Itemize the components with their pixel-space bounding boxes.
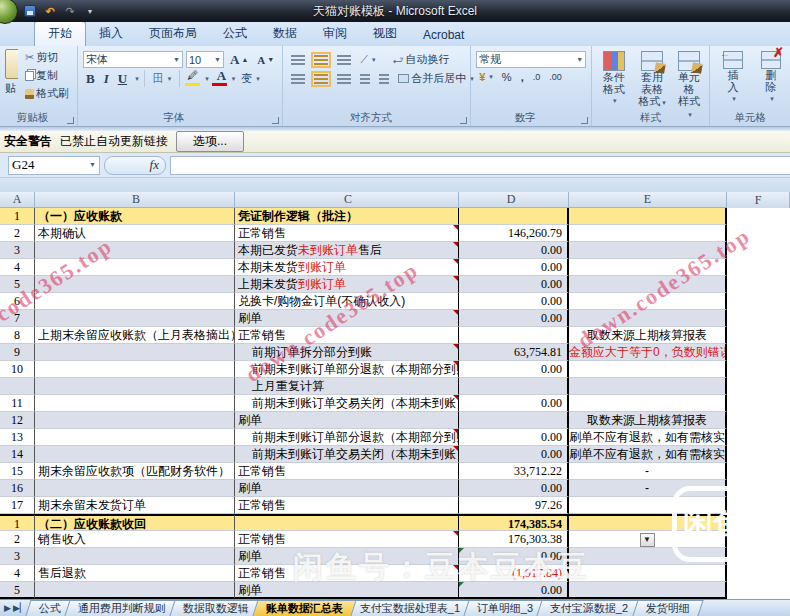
cell-seq[interactable]: 15 [0, 463, 35, 480]
cell-item-label[interactable]: 销售收入 [35, 531, 235, 548]
cell-amount[interactable]: 0.00 [459, 242, 569, 259]
cell-amount[interactable]: 0.00 [459, 582, 569, 599]
cell-item-label[interactable] [35, 344, 235, 361]
align-top-button[interactable] [288, 54, 308, 66]
cell-voucher-logic[interactable]: 前期未到账订单部分退款（本期部分到账） [235, 361, 459, 378]
cell-item-label[interactable]: 期末余留未发货订单 [35, 497, 235, 514]
cell-item-label[interactable]: （二）应收账款收回 [35, 514, 235, 531]
align-bottom-button[interactable] [334, 54, 354, 66]
accounting-format-button[interactable]: ¥▾ [476, 70, 496, 84]
cell-voucher-logic[interactable]: 前期未到账订单交易关闭（本期未到账） [235, 395, 459, 412]
cell-empty[interactable] [727, 259, 790, 276]
cell-voucher-logic[interactable]: 刷单 [235, 310, 459, 327]
italic-button[interactable]: I [101, 71, 112, 87]
cell-item-label[interactable] [35, 293, 235, 310]
cell-seq[interactable]: 3 [0, 242, 35, 259]
autofilter-funnel-icon[interactable]: ▼ [640, 533, 655, 547]
cell-seq[interactable]: 10 [0, 361, 35, 378]
column-header[interactable]: B [35, 192, 235, 208]
cell-voucher-logic[interactable]: 刷单 [235, 582, 459, 599]
cell-seq[interactable]: 1 [0, 208, 35, 225]
cell-amount[interactable]: 174,385.54 [459, 514, 569, 531]
cell-voucher-logic[interactable]: 本期未发货到账订单 [235, 259, 459, 276]
cell-note[interactable]: - [569, 463, 727, 480]
cell-seq[interactable]: 2 [0, 225, 35, 242]
merge-center-button[interactable]: 合并后居中▾ [395, 70, 477, 87]
cell-voucher-logic[interactable]: 刷单 [235, 480, 459, 497]
cell-item-label[interactable]: 期末余留应收款项（匹配财务软件） [35, 463, 235, 480]
cell-amount[interactable]: 0.00 [459, 480, 569, 497]
cell-voucher-logic[interactable]: 正常销售 [235, 565, 459, 582]
cell-note[interactable] [569, 497, 727, 514]
cell-note[interactable] [569, 259, 727, 276]
cell-seq[interactable]: 6 [0, 293, 35, 310]
cell-amount[interactable]: 0.00 [459, 548, 569, 565]
cell-item-label[interactable] [35, 361, 235, 378]
cell-amount[interactable]: 0.00 [459, 361, 569, 378]
last-sheet-button[interactable]: ▶▏ [13, 603, 27, 613]
insert-function-button[interactable]: fx [104, 156, 166, 175]
column-header[interactable]: D [459, 192, 569, 208]
column-header[interactable]: A [0, 192, 35, 208]
cell-seq[interactable]: 16 [0, 480, 35, 497]
cell-item-label[interactable] [35, 378, 235, 395]
align-center-button[interactable] [311, 73, 331, 85]
font-dialog-launcher-icon[interactable] [272, 117, 279, 124]
cell-amount[interactable] [459, 412, 569, 429]
wrap-text-button[interactable]: ⮐自动换行 [389, 51, 452, 68]
cell-voucher-logic[interactable]: 前期未到账订单交易关闭（本期未到账） [235, 446, 459, 463]
number-dialog-launcher-icon[interactable] [581, 117, 588, 124]
bold-button[interactable]: B [83, 71, 98, 87]
copy-button[interactable]: 复制 [22, 67, 72, 84]
cell-item-label[interactable] [35, 395, 235, 412]
cell-seq[interactable]: 2 [0, 531, 35, 548]
ribbon-tab[interactable]: 视图 [360, 22, 410, 46]
sheet-tab[interactable]: 支付宝源数据_2 [537, 600, 642, 616]
column-header[interactable]: F [727, 192, 790, 208]
ribbon-tab[interactable]: 审阅 [310, 22, 360, 46]
cell-item-label[interactable] [35, 242, 235, 259]
cell-voucher-logic[interactable]: 上月重复计算 [235, 378, 459, 395]
cell-item-label[interactable]: 上期末余留应收账款（上月表格摘出） [35, 327, 235, 344]
cell-amount[interactable]: 146,260.79 [459, 225, 569, 242]
cell-note[interactable] [569, 276, 727, 293]
cell-empty[interactable] [727, 429, 790, 446]
cell-item-label[interactable] [35, 582, 235, 599]
cell-note[interactable]: 金额应大于等于0，负数则错误 [569, 344, 727, 361]
cell-voucher-logic[interactable]: 刷单 [235, 412, 459, 429]
next-sheet-button[interactable]: ▶ [4, 603, 11, 613]
clipboard-dialog-launcher-icon[interactable] [67, 117, 74, 124]
cell-empty[interactable] [727, 514, 790, 531]
cell-amount[interactable]: 0.00 [459, 276, 569, 293]
sheet-tab[interactable]: 通用费用判断规则 [64, 600, 179, 616]
cell-note[interactable]: 刷单不应有退款，如有需核实 [569, 429, 727, 446]
increase-indent-button[interactable] [376, 73, 392, 85]
cell-voucher-logic[interactable]: 正常销售 [235, 497, 459, 514]
cell-note[interactable] [569, 565, 727, 582]
ribbon-tab[interactable]: Acrobat [410, 25, 477, 46]
cell-seq[interactable]: 14 [0, 446, 35, 463]
cell-empty[interactable] [727, 378, 790, 395]
number-format-combo[interactable]: 常规▼ [476, 51, 586, 68]
align-left-button[interactable] [288, 73, 308, 85]
security-options-button[interactable]: 选项... [176, 131, 244, 152]
sheet-tab[interactable]: 账单数据汇总表 [252, 600, 356, 616]
cell-empty[interactable] [727, 480, 790, 497]
cell-empty[interactable] [727, 225, 790, 242]
cell-note[interactable]: ▼ [569, 531, 727, 548]
cell-empty[interactable] [727, 548, 790, 565]
cell-empty[interactable] [727, 395, 790, 412]
cell-seq[interactable]: 4 [0, 565, 35, 582]
alignment-dialog-launcher-icon[interactable] [460, 117, 467, 124]
decrease-decimal-button[interactable]: .00 [546, 71, 565, 83]
cell-empty[interactable] [727, 310, 790, 327]
cell-voucher-logic[interactable]: 正常销售 [235, 463, 459, 480]
cell-note[interactable]: 取数来源上期核算报表 [569, 327, 727, 344]
grow-font-button[interactable]: A▲ [227, 52, 251, 68]
insert-cells-button[interactable]: ← 插入▾ [719, 49, 747, 107]
cell-note[interactable] [569, 582, 727, 599]
cell-seq[interactable] [0, 378, 35, 395]
cell-note[interactable] [569, 378, 727, 395]
cell-note[interactable] [569, 395, 727, 412]
cell-amount[interactable]: 0.00 [459, 293, 569, 310]
